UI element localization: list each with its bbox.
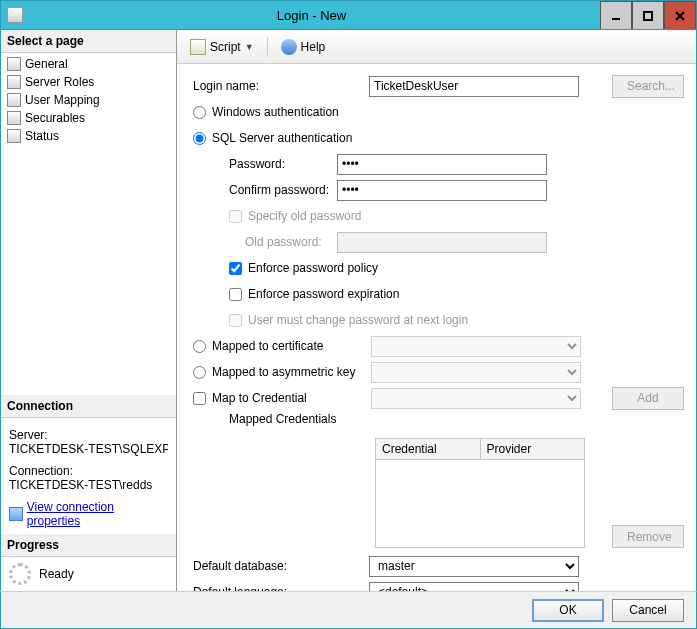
- search-button[interactable]: Search...: [612, 75, 684, 98]
- view-connection-properties-link[interactable]: View connection properties: [9, 500, 168, 528]
- page-label: Securables: [25, 111, 85, 125]
- close-button[interactable]: [664, 1, 696, 29]
- server-label: Server:: [9, 428, 168, 442]
- mapped-asym-label: Mapped to asymmetric key: [212, 365, 355, 379]
- windows-auth-radio[interactable]: [193, 106, 206, 119]
- default-lang-select[interactable]: <default>: [369, 582, 579, 592]
- minimize-button[interactable]: [600, 1, 632, 29]
- page-icon: [7, 57, 21, 71]
- page-user-mapping[interactable]: User Mapping: [1, 91, 176, 109]
- cancel-button[interactable]: Cancel: [612, 599, 684, 622]
- map-credential-label: Map to Credential: [212, 391, 307, 405]
- old-password-input: [337, 232, 547, 253]
- confirm-password-label: Confirm password:: [189, 183, 337, 197]
- connection-value: TICKETDESK-TEST\redds: [9, 478, 168, 492]
- enforce-expiration-label: Enforce password expiration: [248, 287, 399, 301]
- select-page-header: Select a page: [1, 30, 176, 53]
- titlebar: Login - New: [0, 0, 697, 30]
- password-input[interactable]: [337, 154, 547, 175]
- credential-select: [371, 388, 581, 409]
- connection-header: Connection: [1, 395, 176, 418]
- asym-select: [371, 362, 581, 383]
- default-db-label: Default database:: [189, 559, 369, 573]
- progress-spinner-icon: [9, 563, 31, 585]
- help-label: Help: [301, 40, 326, 54]
- map-credential-checkbox[interactable]: [193, 392, 206, 405]
- link-icon: [9, 507, 23, 521]
- page-icon: [7, 75, 21, 89]
- progress-status: Ready: [39, 567, 74, 581]
- sql-auth-label: SQL Server authentication: [212, 131, 352, 145]
- specify-old-password-checkbox: [229, 210, 242, 223]
- chevron-down-icon: ▼: [245, 42, 254, 52]
- mapped-asym-radio[interactable]: [193, 366, 206, 379]
- password-label: Password:: [189, 157, 337, 171]
- system-icon: [7, 7, 23, 23]
- page-label: Server Roles: [25, 75, 94, 89]
- mapped-cert-label: Mapped to certificate: [212, 339, 323, 353]
- page-icon: [7, 129, 21, 143]
- col-credential: Credential: [376, 439, 481, 459]
- login-name-label: Login name:: [189, 79, 369, 93]
- ok-button[interactable]: OK: [532, 599, 604, 622]
- must-change-checkbox: [229, 314, 242, 327]
- dialog-footer: OK Cancel: [0, 591, 697, 629]
- windows-auth-label: Windows authentication: [212, 105, 339, 119]
- script-icon: [190, 39, 206, 55]
- page-server-roles[interactable]: Server Roles: [1, 73, 176, 91]
- toolbar: Script ▼ Help: [177, 30, 696, 64]
- left-pane: Select a page General Server Roles User …: [1, 30, 177, 591]
- script-button[interactable]: Script ▼: [185, 36, 259, 58]
- page-label: Status: [25, 129, 59, 143]
- add-button[interactable]: Add: [612, 387, 684, 410]
- window-title: Login - New: [23, 8, 600, 23]
- confirm-password-input[interactable]: [337, 180, 547, 201]
- page-icon: [7, 111, 21, 125]
- script-label: Script: [210, 40, 241, 54]
- help-button[interactable]: Help: [276, 36, 331, 58]
- credentials-table-header: Credential Provider: [375, 438, 585, 460]
- maximize-button[interactable]: [632, 1, 664, 29]
- connection-label: Connection:: [9, 464, 168, 478]
- svg-rect-1: [644, 12, 652, 20]
- sql-auth-radio[interactable]: [193, 132, 206, 145]
- default-lang-label: Default language:: [189, 585, 369, 591]
- remove-button[interactable]: Remove: [612, 525, 684, 548]
- page-general[interactable]: General: [1, 55, 176, 73]
- old-password-label: Old password:: [189, 235, 337, 249]
- cert-select: [371, 336, 581, 357]
- col-provider: Provider: [481, 439, 585, 459]
- page-status[interactable]: Status: [1, 127, 176, 145]
- page-label: General: [25, 57, 68, 71]
- mapped-cert-radio[interactable]: [193, 340, 206, 353]
- specify-old-password-label: Specify old password: [248, 209, 361, 223]
- help-icon: [281, 39, 297, 55]
- page-securables[interactable]: Securables: [1, 109, 176, 127]
- login-name-input[interactable]: [369, 76, 579, 97]
- server-value: TICKETDESK-TEST\SQLEXPRESS: [9, 442, 168, 456]
- credentials-table-body: [375, 460, 585, 548]
- page-label: User Mapping: [25, 93, 100, 107]
- page-icon: [7, 93, 21, 107]
- default-db-select[interactable]: master: [369, 556, 579, 577]
- enforce-policy-label: Enforce password policy: [248, 261, 378, 275]
- enforce-policy-checkbox[interactable]: [229, 262, 242, 275]
- must-change-label: User must change password at next login: [248, 313, 468, 327]
- progress-header: Progress: [1, 534, 176, 557]
- mapped-credentials-label: Mapped Credentials: [189, 412, 337, 426]
- enforce-expiration-checkbox[interactable]: [229, 288, 242, 301]
